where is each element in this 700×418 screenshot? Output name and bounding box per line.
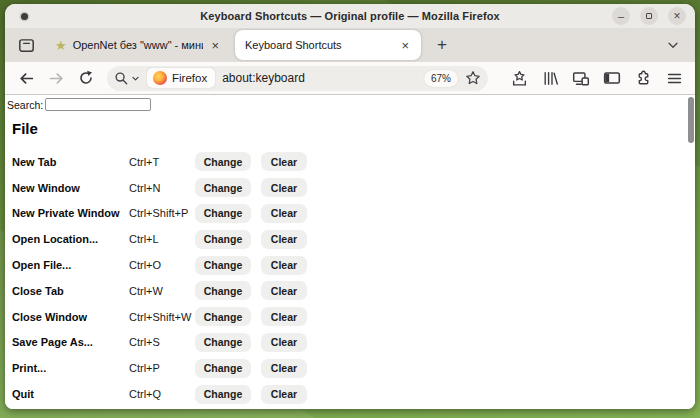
new-tab-button[interactable]: +	[429, 32, 455, 58]
library-button[interactable]	[537, 65, 563, 91]
shortcut-row: Close Window Ctrl+Shift+W Change Clear	[5, 304, 695, 330]
search-engine-chip[interactable]: Firefox	[147, 68, 215, 88]
zoom-level-indicator[interactable]: 67%	[424, 70, 458, 87]
engine-label: Firefox	[172, 72, 207, 84]
tab-close-icon[interactable]: ×	[209, 38, 221, 53]
shortcut-keys: Ctrl+N	[129, 182, 195, 194]
shortcut-keys: Ctrl+Shift+W	[129, 311, 195, 323]
shortcut-name: Close Tab	[12, 285, 129, 297]
change-button[interactable]: Change	[195, 178, 251, 197]
clear-button[interactable]: Clear	[261, 385, 307, 404]
clear-button[interactable]: Clear	[261, 204, 307, 223]
bookmark-page-button[interactable]	[465, 70, 481, 86]
firefox-view-button[interactable]	[13, 32, 39, 58]
shortcut-row: Quit Ctrl+Q Change Clear	[5, 381, 695, 407]
titlebar: Keyboard Shortcuts — Original profile — …	[5, 4, 695, 28]
shortcut-keys: Ctrl+O	[129, 259, 195, 271]
app-menu-button[interactable]	[661, 65, 687, 91]
window-title: Keyboard Shortcuts — Original profile — …	[200, 10, 499, 22]
clear-button[interactable]: Clear	[261, 307, 307, 326]
maximize-icon	[646, 13, 652, 19]
shortcut-name: Close Window	[12, 311, 129, 323]
reload-button[interactable]	[73, 65, 99, 91]
sidebar-button[interactable]	[599, 65, 625, 91]
shortcut-name: New Window	[12, 182, 129, 194]
sidebar-icon	[603, 69, 621, 87]
shortcut-keys: Ctrl+T	[129, 156, 195, 168]
shortcut-name: Open File...	[12, 259, 129, 271]
app-dot-icon	[21, 13, 28, 20]
shortcut-name: New Private Window	[12, 207, 129, 219]
toolbar-buttons	[506, 65, 687, 91]
change-button[interactable]: Change	[195, 307, 251, 326]
change-button[interactable]: Change	[195, 385, 251, 404]
close-button[interactable]: ×	[668, 7, 686, 25]
new-tab-icon: +	[437, 35, 447, 55]
list-all-tabs-chevron-icon	[666, 38, 680, 52]
change-button[interactable]: Change	[195, 152, 251, 171]
shortcut-keys: Ctrl+W	[129, 285, 195, 297]
shortcut-keys: Ctrl+S	[129, 336, 195, 348]
tab-label: OpenNet без "www" - минима	[73, 39, 204, 51]
clear-button[interactable]: Clear	[261, 178, 307, 197]
shortcut-keys: Ctrl+Q	[129, 388, 195, 400]
tab-close-icon[interactable]: ×	[399, 38, 411, 53]
star-favicon: ★	[55, 39, 67, 52]
search-input[interactable]	[45, 98, 151, 111]
shortcut-name: Print...	[12, 362, 129, 374]
page-content: Search: File New Tab Ctrl+T Change Clear…	[5, 95, 695, 409]
search-mode-button[interactable]	[114, 71, 140, 86]
bookmark-star-icon	[465, 70, 481, 86]
url-text: about:keyboard	[222, 71, 305, 85]
tab-keyboard-shortcuts[interactable]: Keyboard Shortcuts ×	[235, 30, 421, 60]
tab-opennet[interactable]: ★ OpenNet без "www" - минима ×	[49, 38, 227, 53]
firefox-view-icon	[18, 37, 35, 54]
forward-icon	[48, 70, 65, 87]
forward-button[interactable]	[43, 65, 69, 91]
bookmarks-tray-icon	[511, 70, 528, 87]
clear-button[interactable]: Clear	[261, 230, 307, 249]
extensions-button[interactable]	[630, 65, 656, 91]
search-label: Search:	[7, 99, 43, 111]
clear-button[interactable]: Clear	[261, 359, 307, 378]
shortcut-row: New Tab Ctrl+T Change Clear	[5, 149, 695, 175]
change-button[interactable]: Change	[195, 204, 251, 223]
change-button[interactable]: Change	[195, 256, 251, 275]
synced-devices-button[interactable]	[568, 65, 594, 91]
change-button[interactable]: Change	[195, 230, 251, 249]
library-icon	[542, 70, 559, 87]
back-icon	[18, 70, 35, 87]
change-button[interactable]: Change	[195, 359, 251, 378]
clear-button[interactable]: Clear	[261, 256, 307, 275]
shortcut-row: Open File... Ctrl+O Change Clear	[5, 252, 695, 278]
maximize-button[interactable]	[640, 7, 658, 25]
firefox-logo-icon	[153, 71, 167, 85]
firefox-window: Keyboard Shortcuts — Original profile — …	[5, 4, 695, 409]
clear-button[interactable]: Clear	[261, 333, 307, 352]
minimize-icon: –	[618, 11, 624, 22]
change-button[interactable]: Change	[195, 333, 251, 352]
change-button[interactable]: Change	[195, 281, 251, 300]
close-icon: ×	[673, 10, 680, 22]
list-all-tabs-button[interactable]	[661, 33, 685, 57]
url-bar[interactable]: Firefox about:keyboard 67%	[107, 66, 488, 91]
minimize-button[interactable]: –	[612, 7, 630, 25]
bookmarks-menu-button[interactable]	[506, 65, 532, 91]
synced-devices-icon	[572, 69, 590, 87]
reload-icon	[78, 70, 94, 86]
section-title: File	[12, 120, 695, 137]
hamburger-menu-icon	[666, 70, 683, 87]
tab-label: Keyboard Shortcuts	[245, 39, 342, 51]
tab-bar: ★ OpenNet без "www" - минима × Keyboard …	[5, 28, 695, 62]
chevron-down-icon	[131, 74, 140, 83]
shortcut-keys: Ctrl+L	[129, 233, 195, 245]
navigation-toolbar: Firefox about:keyboard 67%	[5, 62, 695, 95]
shortcut-name: Save Page As...	[12, 336, 129, 348]
clear-button[interactable]: Clear	[261, 152, 307, 171]
clear-button[interactable]: Clear	[261, 281, 307, 300]
window-controls: – ×	[612, 7, 686, 25]
back-button[interactable]	[13, 65, 39, 91]
scrollbar-thumb[interactable]	[688, 97, 694, 143]
extensions-puzzle-icon	[635, 70, 652, 87]
shortcut-row: Save Page As... Ctrl+S Change Clear	[5, 330, 695, 356]
